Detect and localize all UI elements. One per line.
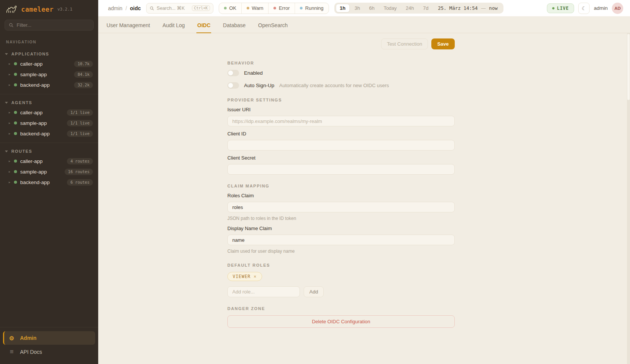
user-name: admin <box>594 5 608 11</box>
section-title-provider-settings: PROVIDER SETTINGS <box>227 98 455 102</box>
nav-item-applications-backend-app[interactable]: ▸backend-app32.2k <box>0 80 98 90</box>
time-range-3h[interactable]: 3h <box>351 4 364 12</box>
live-status-badge: LIVE <box>547 3 574 13</box>
display-name-claim-input[interactable] <box>227 235 455 245</box>
health-dot-icon <box>14 83 17 86</box>
chevron-down-icon <box>5 53 8 55</box>
toggle-label: Enabled <box>244 70 263 76</box>
tab-user-management[interactable]: User Management <box>106 17 151 33</box>
nav-item-label: caller-app <box>20 158 43 164</box>
add-role-input[interactable] <box>227 286 300 297</box>
nav-item-label: backend-app <box>20 82 50 88</box>
camel-logo-icon <box>6 5 17 14</box>
behavior-toggles: EnabledAuto Sign-UpAutomatically create … <box>227 70 455 89</box>
delete-oidc-configuration-button[interactable]: Delete OIDC Configuration <box>227 315 455 328</box>
app-version: v3.2.1 <box>57 7 73 12</box>
toggle-knob <box>228 83 233 88</box>
time-range-1h[interactable]: 1h <box>336 4 350 12</box>
time-range-today[interactable]: Today <box>380 4 401 12</box>
nav-item-routes-backend-app[interactable]: ▸backend-app6 routes <box>0 177 98 187</box>
section-title-default-roles: DEFAULT ROLES <box>227 263 455 267</box>
chevron-right-icon: ▸ <box>9 170 11 174</box>
sidebar-filter[interactable] <box>5 20 94 31</box>
tab-opensearch[interactable]: OpenSearch <box>257 17 289 33</box>
status-filter-label: Error <box>279 5 290 11</box>
breadcrumb-parent[interactable]: admin <box>108 5 122 11</box>
roles-claim-input[interactable] <box>227 202 455 212</box>
chevron-right-icon: ▸ <box>9 160 11 163</box>
scrollbar-thumb[interactable] <box>627 34 630 100</box>
chevron-right-icon: ▸ <box>9 111 11 114</box>
tab-oidc[interactable]: OIDC <box>196 17 211 33</box>
field-label: Client Secret <box>227 155 455 161</box>
field-client-secret: Client Secret <box>227 155 455 175</box>
status-dot-icon <box>247 7 249 9</box>
sidebar-item-api-docs[interactable]: ≡ API Docs <box>3 345 95 359</box>
nav-item-agents-sample-app[interactable]: ▸sample-app1/1 live <box>0 118 98 128</box>
nav-item-applications-caller-app[interactable]: ▸caller-app10.7k <box>0 58 98 69</box>
status-filter-label: OK <box>229 5 236 11</box>
nav-section-applications: APPLICATIONS▸caller-app10.7k▸sample-app8… <box>0 46 98 94</box>
client-id-input[interactable] <box>227 140 455 151</box>
section-title-label: APPLICATIONS <box>11 52 49 56</box>
status-filter-warn[interactable]: Warn <box>242 3 269 14</box>
default-roles-section: DEFAULT ROLES VIEWER× Add <box>227 263 455 297</box>
oidc-form: Test Connection Save BEHAVIOR EnabledAut… <box>227 33 455 339</box>
nav-item-routes-caller-app[interactable]: ▸caller-app4 routes <box>0 156 98 166</box>
issuer-uri-input[interactable] <box>227 116 455 126</box>
gear-icon: ⚙ <box>8 335 15 341</box>
toggle-auto-sign-up[interactable] <box>227 82 239 89</box>
toggle-row-enabled: Enabled <box>227 70 455 76</box>
nav-item-badge: 4 routes <box>67 158 93 164</box>
time-range-6h[interactable]: 6h <box>365 4 378 12</box>
add-role-button[interactable]: Add <box>304 286 324 297</box>
time-range-from: 25. März 14:54 <box>438 5 478 11</box>
sidebar-footer: ⚙ Admin ≡ API Docs <box>0 327 98 364</box>
toggle-label: Auto Sign-Up <box>244 83 274 88</box>
status-filter-running[interactable]: Running <box>295 3 328 14</box>
moon-icon: ☾ <box>582 5 587 11</box>
global-search[interactable]: Search... ⌘K Ctrl+K <box>146 3 213 14</box>
close-icon[interactable]: × <box>254 274 257 279</box>
avatar[interactable]: AD <box>612 3 623 14</box>
sidebar-filter-input[interactable] <box>17 22 90 28</box>
breadcrumb-separator: / <box>125 5 127 11</box>
chevron-right-icon: ▸ <box>9 121 11 125</box>
time-range-separator: — <box>481 6 486 11</box>
nav-item-routes-sample-app[interactable]: ▸sample-app16 routes <box>0 166 98 177</box>
save-button[interactable]: Save <box>431 38 455 49</box>
provider-settings-section: PROVIDER SETTINGS Issuer URIClient IDCli… <box>227 98 455 175</box>
nav-item-badge: 1/1 live <box>67 131 93 137</box>
nav-item-label: caller-app <box>20 61 43 67</box>
time-range-24h[interactable]: 24h <box>401 4 418 12</box>
toggle-enabled[interactable] <box>227 70 239 76</box>
tab-database[interactable]: Database <box>222 17 246 33</box>
section-header-applications[interactable]: APPLICATIONS <box>0 49 98 58</box>
status-filter-ok[interactable]: OK <box>219 3 242 14</box>
section-header-routes[interactable]: ROUTES <box>0 146 98 156</box>
tab-audit-log[interactable]: Audit Log <box>162 17 185 33</box>
sidebar: cameleer v3.2.1 NAVIGATION APPLICATIONS▸… <box>0 0 98 364</box>
test-connection-button[interactable]: Test Connection <box>381 38 428 49</box>
theme-toggle-button[interactable]: ☾ <box>578 3 590 14</box>
chevron-right-icon: ▸ <box>9 181 11 184</box>
section-header-agents[interactable]: AGENTS <box>0 97 98 107</box>
time-range-display: 25. März 14:54 — now <box>434 5 502 11</box>
time-range-7d[interactable]: 7d <box>419 4 432 12</box>
status-dot-icon <box>224 7 227 9</box>
live-dot-icon <box>552 7 554 9</box>
nav-item-agents-backend-app[interactable]: ▸backend-app1/1 live <box>0 128 98 139</box>
client-secret-input[interactable] <box>227 164 455 175</box>
nav-item-agents-caller-app[interactable]: ▸caller-app1/1 live <box>0 107 98 118</box>
section-title-claim-mapping: CLAIM MAPPING <box>227 184 455 188</box>
chevron-right-icon: ▸ <box>9 73 11 76</box>
scrollbar[interactable] <box>627 33 630 364</box>
nav-item-applications-sample-app[interactable]: ▸sample-app84.1k <box>0 69 98 80</box>
status-filter-label: Running <box>305 5 323 11</box>
status-dot-icon <box>300 7 303 9</box>
status-filter-error[interactable]: Error <box>269 3 295 14</box>
breadcrumb: admin / oidc <box>108 5 141 11</box>
nav-item-badge: 84.1k <box>74 71 93 78</box>
nav-item-label: sample-app <box>20 169 47 175</box>
sidebar-item-admin[interactable]: ⚙ Admin <box>3 331 95 345</box>
